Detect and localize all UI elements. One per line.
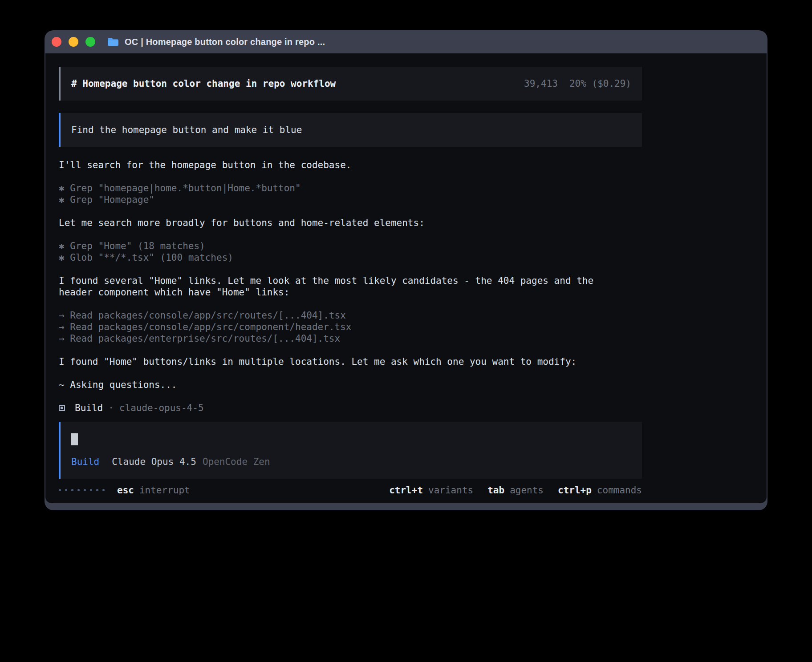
- spinner-dot: [102, 489, 105, 491]
- session-header: # Homepage button color change in repo w…: [59, 67, 642, 101]
- input-meta: Build Claude Opus 4.5 OpenCode Zen: [71, 456, 631, 468]
- commands-hint: ctrl+p commands: [558, 484, 642, 496]
- window-title: OC | Homepage button color change in rep…: [125, 37, 325, 47]
- agent-status-line: Build · claude-opus-4-5: [59, 402, 642, 414]
- terminal-window: OC | Homepage button color change in rep…: [45, 30, 767, 510]
- assistant-paragraph: Let me search more broadly for buttons a…: [59, 217, 642, 229]
- tool-call-group: → Read packages/console/app/src/routes/[…: [59, 310, 642, 344]
- assistant-paragraph: I found "Home" buttons/links in multiple…: [59, 356, 642, 367]
- input-cursor: [71, 433, 78, 445]
- user-message-text: Find the homepage button and make it blu…: [71, 125, 302, 135]
- agents-hint: tab agents: [487, 484, 544, 496]
- agent-icon: [59, 405, 65, 411]
- assistant-paragraph: I found several "Home" links. Let me loo…: [59, 275, 642, 298]
- glob-tool-call: ✱ Glob "**/*.tsx" (100 matches): [59, 252, 642, 263]
- tool-call-group: ✱ Grep "homepage|home.*button|Home.*butt…: [59, 182, 642, 206]
- progress-spinner: [59, 489, 105, 491]
- user-message: Find the homepage button and make it blu…: [59, 113, 642, 147]
- grep-tool-call: ✱ Grep "Homepage": [59, 194, 642, 206]
- traffic-lights: [52, 37, 95, 47]
- folder-icon: [107, 37, 119, 47]
- variants-hint: ctrl+t variants: [389, 484, 473, 496]
- input-provider-label: OpenCode Zen: [203, 456, 270, 468]
- agent-name: Build: [75, 402, 103, 414]
- minimize-button[interactable]: [69, 37, 78, 47]
- read-tool-call: → Read packages/console/app/src/componen…: [59, 321, 642, 333]
- working-status-line: ~ Asking questions...: [59, 379, 642, 391]
- spinner-dot: [77, 489, 80, 491]
- input-model-label[interactable]: Claude Opus 4.5: [112, 456, 196, 468]
- agent-model-separator: ·: [108, 402, 114, 414]
- interrupt-hint: esc interrupt: [117, 484, 190, 496]
- assistant-paragraph: I'll search for the homepage button in t…: [59, 159, 642, 171]
- status-bar: esc interrupt ctrl+t variants tab agents…: [59, 484, 642, 496]
- zoom-button[interactable]: [85, 37, 95, 47]
- close-button[interactable]: [52, 37, 61, 47]
- prompt-input[interactable]: Build Claude Opus 4.5 OpenCode Zen: [59, 422, 642, 479]
- spinner-dot: [90, 489, 92, 491]
- assistant-response: I'll search for the homepage button in t…: [59, 159, 642, 414]
- spinner-dot: [59, 489, 61, 491]
- grep-tool-call: ✱ Grep "Home" (18 matches): [59, 240, 642, 252]
- interrupt-label: interrupt: [139, 484, 190, 496]
- titlebar[interactable]: OC | Homepage button color change in rep…: [45, 30, 767, 53]
- agent-model-name: claude-opus-4-5: [119, 402, 204, 414]
- token-count: 39,413: [524, 78, 558, 89]
- session-title: # Homepage button color change in repo w…: [71, 78, 336, 89]
- read-tool-call: → Read packages/enterprise/src/routes/[.…: [59, 333, 642, 344]
- tool-call-group: ✱ Grep "Home" (18 matches) ✱ Glob "**/*.…: [59, 240, 642, 263]
- spinner-dot: [71, 489, 73, 491]
- input-agent-label[interactable]: Build: [71, 456, 99, 468]
- grep-tool-call: ✱ Grep "homepage|home.*button|Home.*butt…: [59, 182, 642, 194]
- context-usage: 20% ($0.29): [569, 78, 631, 89]
- esc-key-label: esc: [117, 484, 134, 496]
- spinner-dot: [65, 489, 67, 491]
- spinner-dot: [84, 489, 86, 491]
- terminal-content: # Homepage button color change in repo w…: [45, 53, 767, 503]
- read-tool-call: → Read packages/console/app/src/routes/[…: [59, 310, 642, 321]
- spinner-dot: [96, 489, 98, 491]
